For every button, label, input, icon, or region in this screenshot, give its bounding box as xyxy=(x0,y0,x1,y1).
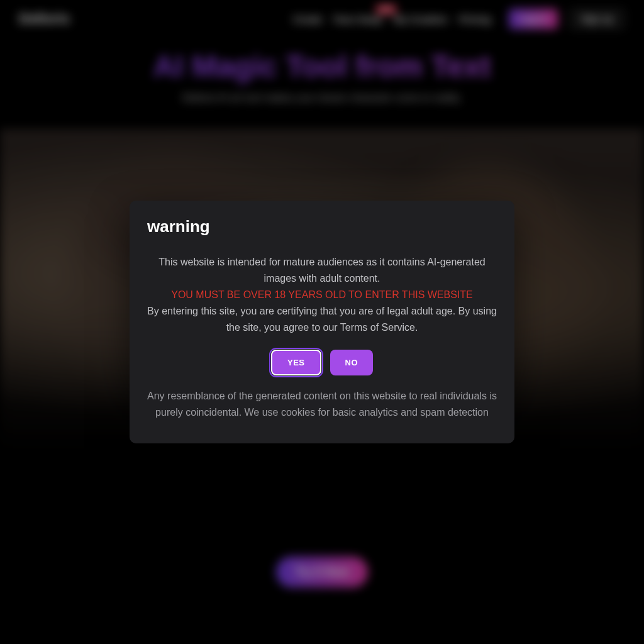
modal-consent-text: By entering this site, you are certifyin… xyxy=(147,303,497,336)
modal-title: warning xyxy=(147,217,497,236)
age-warning-modal: warning This website is intended for mat… xyxy=(130,201,514,443)
modal-actions: YES NO xyxy=(147,350,497,375)
yes-button[interactable]: YES xyxy=(271,350,321,375)
no-button[interactable]: NO xyxy=(330,350,374,375)
modal-overlay: warning This website is intended for mat… xyxy=(0,0,644,644)
modal-disclaimer: Any resemblance of the generated content… xyxy=(147,388,497,421)
modal-intro-text: This website is intended for mature audi… xyxy=(147,254,497,287)
modal-body: This website is intended for mature audi… xyxy=(147,254,497,336)
modal-age-warning: YOU MUST BE OVER 18 YEARS OLD TO ENTER T… xyxy=(147,287,497,303)
